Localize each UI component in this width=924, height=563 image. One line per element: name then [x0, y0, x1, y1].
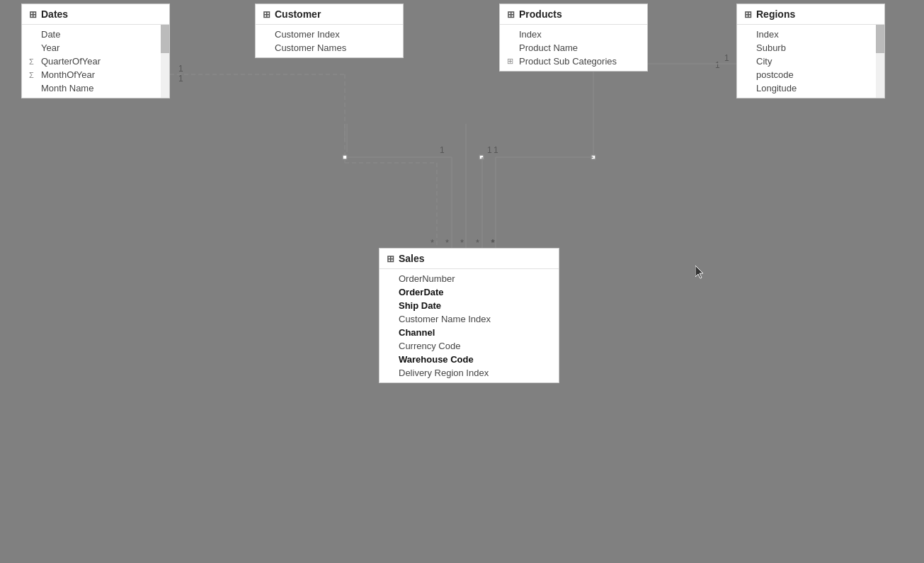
field-year: Year	[22, 41, 169, 55]
scrollbar-dates[interactable]	[161, 25, 169, 98]
table-sales-body: OrderNumber OrderDate Ship Date Customer…	[380, 269, 559, 382]
svg-marker-32	[695, 266, 703, 278]
field-monthofyear: Σ MonthOfYear	[22, 68, 169, 81]
table-dates: ⊞ Dates Date Year Σ QuarterOfYear Σ Mont…	[21, 4, 170, 98]
svg-text:*: *	[476, 237, 479, 248]
field-suburb: Suburb	[737, 41, 884, 55]
field-products-index: Index	[500, 28, 647, 41]
table-dates-body: Date Year Σ QuarterOfYear Σ MonthOfYear …	[22, 25, 169, 98]
field-order-number: OrderNumber	[380, 272, 559, 285]
field-ship-date: Ship Date	[380, 299, 559, 312]
scrollbar-regions[interactable]	[876, 25, 884, 98]
svg-text:*: *	[430, 237, 434, 248]
field-product-name: Product Name	[500, 41, 647, 55]
svg-text:1: 1	[724, 53, 729, 63]
table-customer: ⊞ Customer Customer Index Customer Names	[255, 4, 404, 58]
svg-text:1: 1	[440, 145, 445, 155]
svg-text:1: 1	[487, 145, 492, 155]
svg-rect-9	[479, 155, 484, 159]
table-customer-header: ⊞ Customer	[256, 4, 403, 25]
table-icon-sales: ⊞	[387, 254, 394, 264]
field-channel: Channel	[380, 326, 559, 339]
field-customer-index: Customer Index	[256, 28, 403, 41]
field-date: Date	[22, 28, 169, 41]
field-order-date: OrderDate	[380, 285, 559, 299]
svg-text:*: *	[460, 237, 464, 248]
table-sales: ⊞ Sales OrderNumber OrderDate Ship Date …	[379, 248, 559, 383]
field-delivery-region-index: Delivery Region Index	[380, 366, 559, 380]
table-icon-products: ⊞	[507, 9, 515, 20]
table-sales-header: ⊞ Sales	[380, 249, 559, 269]
field-warehouse-code: Warehouse Code	[380, 353, 559, 366]
svg-rect-24	[591, 155, 595, 159]
table-products-title: Products	[519, 8, 562, 20]
field-postcode: postcode	[737, 68, 884, 81]
table-customer-body: Customer Index Customer Names	[256, 25, 403, 57]
svg-text:1: 1	[178, 74, 183, 84]
scrollbar-thumb-regions[interactable]	[876, 25, 884, 53]
table-products-body: Index Product Name ⊞ Product Sub Categor…	[500, 25, 647, 71]
svg-text:1: 1	[494, 145, 498, 155]
svg-text:1: 1	[715, 60, 720, 70]
field-currency-code: Currency Code	[380, 339, 559, 353]
field-regions-index: Index	[737, 28, 884, 41]
scrollbar-thumb-dates[interactable]	[161, 25, 169, 53]
svg-text:*: *	[491, 237, 494, 248]
table-regions-title: Regions	[756, 8, 795, 20]
field-product-sub-categories: ⊞ Product Sub Categories	[500, 55, 647, 68]
field-product-description-index: Product Description Index	[380, 380, 559, 382]
table-customer-title: Customer	[275, 8, 321, 20]
table-products-header: ⊞ Products	[500, 4, 647, 25]
field-customer-name-index: Customer Name Index	[380, 312, 559, 326]
table-sales-title: Sales	[399, 253, 425, 264]
field-monthname: Month Name	[22, 81, 169, 95]
table-dates-title: Dates	[41, 8, 68, 20]
table-icon-regions: ⊞	[744, 9, 752, 20]
diagram-canvas: 1 1 * 1 1 * * * * 1 1 * 1	[0, 0, 924, 563]
table-icon-customer: ⊞	[263, 9, 270, 20]
svg-text:1: 1	[178, 64, 183, 74]
table-regions-header: ⊞ Regions	[737, 4, 884, 25]
table-products: ⊞ Products Index Product Name ⊞ Product …	[499, 4, 648, 72]
field-customer-names: Customer Names	[256, 41, 403, 55]
svg-text:*: *	[491, 237, 495, 248]
field-quarterofyear: Σ QuarterOfYear	[22, 55, 169, 68]
table-regions: ⊞ Regions Index Suburb City postcode	[736, 4, 885, 98]
svg-text:*: *	[445, 237, 449, 248]
table-icon-dates: ⊞	[29, 9, 37, 20]
field-longitude: Longitude	[737, 81, 884, 95]
field-city: City	[737, 55, 884, 68]
mouse-cursor	[695, 266, 705, 280]
table-regions-body: Index Suburb City postcode Longitude	[737, 25, 884, 98]
table-dates-header: ⊞ Dates	[22, 4, 169, 25]
svg-rect-8	[343, 155, 347, 159]
